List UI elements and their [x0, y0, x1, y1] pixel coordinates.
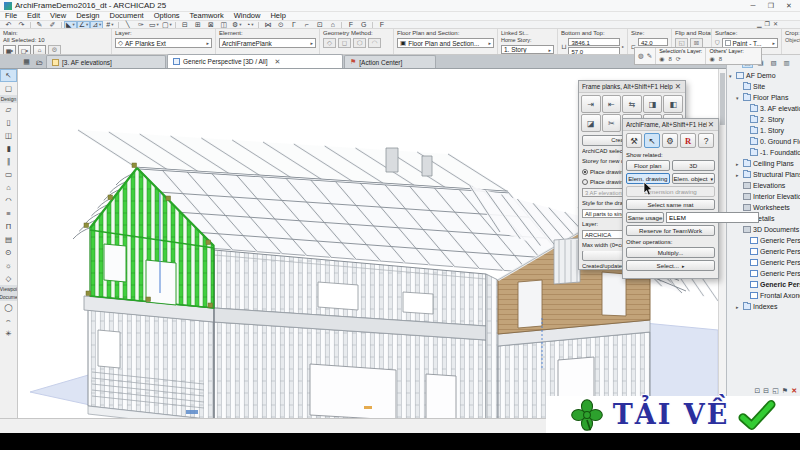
slab-tool[interactable]: ▭	[0, 168, 17, 181]
menu-file[interactable]: File	[0, 12, 22, 20]
tab-overview-icon[interactable]: ▦	[20, 56, 33, 68]
navigator-item[interactable]: 3. AF elevations	[727, 103, 800, 114]
doc-close-button[interactable]: ✕	[773, 20, 778, 27]
wall-tool[interactable]: ▱	[0, 103, 17, 116]
navigator-item[interactable]: ▸Structural Plans	[727, 169, 800, 180]
archiframe-r-icon[interactable]: R	[680, 133, 696, 148]
usage-input[interactable]	[666, 212, 759, 223]
plank-tool-4-icon[interactable]: ◨	[643, 95, 663, 113]
tab-close-icon[interactable]: ✕	[275, 58, 281, 66]
navigator-item[interactable]: 1. Story	[727, 125, 800, 136]
arrow-tool[interactable]: ↖	[0, 69, 17, 82]
beam-tool[interactable]: ∥	[0, 155, 17, 168]
menu-view[interactable]: View	[45, 12, 71, 20]
expander-closed-icon[interactable]: ▸	[736, 172, 742, 178]
lock-layer-icon[interactable]: 8	[668, 55, 671, 63]
circle-tool[interactable]: ◯	[0, 301, 17, 314]
dimension-drawing-button[interactable]: Dimension drawing	[626, 186, 715, 197]
size-width-field[interactable]: 42,0	[638, 38, 668, 46]
home-story-combo[interactable]: 1. Story▸	[501, 45, 554, 54]
curtain-wall-tool[interactable]: ▤	[0, 233, 17, 246]
favorites-button[interactable]: ▢▸	[18, 45, 31, 54]
select-same-mat-button[interactable]: Select same mat	[626, 199, 715, 210]
publisher-icon[interactable]: ▥	[781, 58, 792, 68]
delete-icon[interactable]: ✕	[791, 387, 797, 395]
dialog-titlebar[interactable]: ArchiFrame, Alt+Shift+F1 Help ✕	[623, 119, 718, 131]
close-button[interactable]: ✕	[780, 0, 798, 11]
maximize-button[interactable]: ❐	[762, 0, 780, 11]
doc-restore-button[interactable]: ❐	[765, 20, 770, 27]
geometry-method-3-icon[interactable]: ⬡	[353, 38, 366, 48]
geometry-method-1-icon[interactable]: ◇	[323, 38, 336, 48]
menu-teamwork[interactable]: Teamwork	[185, 12, 229, 20]
navigator-item[interactable]: -1. Foundation	[727, 147, 800, 158]
help-icon[interactable]: ?	[698, 133, 714, 148]
plank-tool-6-icon[interactable]: ◪	[581, 114, 601, 132]
close-icon[interactable]: ✕	[707, 120, 715, 129]
floor-plan-button[interactable]: Floor plan	[626, 160, 670, 171]
shell-tool[interactable]: ◠	[0, 194, 17, 207]
select-button[interactable]: Select...▸	[626, 260, 715, 271]
menu-design[interactable]: Design	[71, 12, 104, 20]
navigator-item[interactable]: Generic Perspective	[727, 235, 800, 246]
plank-tool-2-icon[interactable]: ⇤	[602, 95, 622, 113]
default-settings-button[interactable]: ▦▸	[3, 45, 16, 54]
doc-minimize-button[interactable]: ▁	[757, 20, 762, 27]
bottom-elevation-field[interactable]: 57,0	[568, 47, 620, 54]
tab-list-icon[interactable]: 🗁	[33, 56, 46, 68]
tab-af-elevations[interactable]: [3. AF elevations]	[46, 55, 166, 68]
marquee-tool[interactable]: ▢	[0, 82, 17, 95]
gear-icon[interactable]: ⚙	[662, 133, 678, 148]
navigator-item[interactable]: Generic Perspective	[727, 279, 800, 290]
select-arrow-icon[interactable]: ↖	[644, 133, 660, 148]
top-elevation-field[interactable]: 3846,1	[568, 38, 620, 46]
radio-button[interactable]	[582, 169, 588, 175]
zone-tool[interactable]: ◇	[0, 272, 17, 285]
dialog-titlebar[interactable]: Frame planks, Alt+Shift+F1 Help ✕	[579, 81, 685, 93]
navigator-item[interactable]: ▸Indexes	[727, 301, 800, 312]
3d-button[interactable]: 3D	[672, 160, 716, 171]
menu-options[interactable]: Options	[149, 12, 185, 20]
navigator-item[interactable]: ▸Ceiling Plans	[727, 158, 800, 169]
stair-tool[interactable]: ≡	[0, 207, 17, 220]
same-usage-button[interactable]: Same usage	[626, 212, 664, 223]
minimize-button[interactable]: ─	[744, 0, 762, 11]
roof-tool[interactable]: ⌂	[0, 181, 17, 194]
navigator-item[interactable]: ▾Floor Plans	[727, 92, 800, 103]
arc-tool[interactable]: ⌢	[0, 314, 17, 327]
paint-layer-icon[interactable]: ◍	[638, 52, 644, 60]
lamp-tool[interactable]: ☼	[0, 259, 17, 272]
publish-icon[interactable]: ⚑	[782, 387, 788, 395]
menu-document[interactable]: Document	[105, 12, 149, 20]
show-layer-icon[interactable]: ◉	[659, 55, 664, 63]
pick-layer-icon[interactable]: ✎	[647, 52, 652, 60]
elem-object-button[interactable]: Elem. object▾	[672, 173, 716, 184]
layer-combo[interactable]: ◇AF Planks Ext▸	[115, 38, 212, 48]
plank-tool-5-icon[interactable]: ◧	[663, 95, 683, 113]
navigator-item[interactable]: 3D Documents	[727, 224, 800, 235]
surface-override-icon[interactable]: ⛉	[715, 40, 720, 47]
geometry-method-2-icon[interactable]: ◻	[338, 38, 351, 48]
navigator-item[interactable]: Frontal Axonometry	[727, 290, 800, 301]
reserve-teamwork-button[interactable]: Reserve for TeamWork	[626, 225, 715, 236]
plank-tool-3-icon[interactable]: ⇆	[622, 95, 642, 113]
menu-window[interactable]: Window	[229, 12, 266, 20]
navigator-item[interactable]: ▾AF Demo	[727, 70, 800, 81]
show-layer-icon[interactable]: ◉	[709, 55, 714, 63]
settings-dialog-icon[interactable]: ⚙	[48, 45, 61, 54]
settings-wrench-icon[interactable]: ⚒	[626, 133, 642, 148]
expander-closed-icon[interactable]: ▸	[736, 161, 742, 167]
radio-button[interactable]	[582, 179, 588, 185]
element-settings-button[interactable]: ⌂	[33, 45, 46, 54]
navigator-item[interactable]: Generic Perspective	[727, 268, 800, 279]
navigator-item[interactable]: Generic Perspective	[727, 246, 800, 257]
asterisk-tool[interactable]: ✳	[0, 327, 17, 340]
navigator-item[interactable]: 0. Ground Floor	[727, 136, 800, 147]
navigator-item[interactable]: 2. Story	[727, 114, 800, 125]
window-tool[interactable]: ◫	[0, 129, 17, 142]
multiply-button[interactable]: Multiply...	[626, 247, 715, 258]
railing-tool[interactable]: Π	[0, 220, 17, 233]
new-folder-icon[interactable]: ⊟	[763, 387, 769, 395]
column-tool[interactable]: ▮	[0, 142, 17, 155]
menu-edit[interactable]: Edit	[22, 12, 45, 20]
